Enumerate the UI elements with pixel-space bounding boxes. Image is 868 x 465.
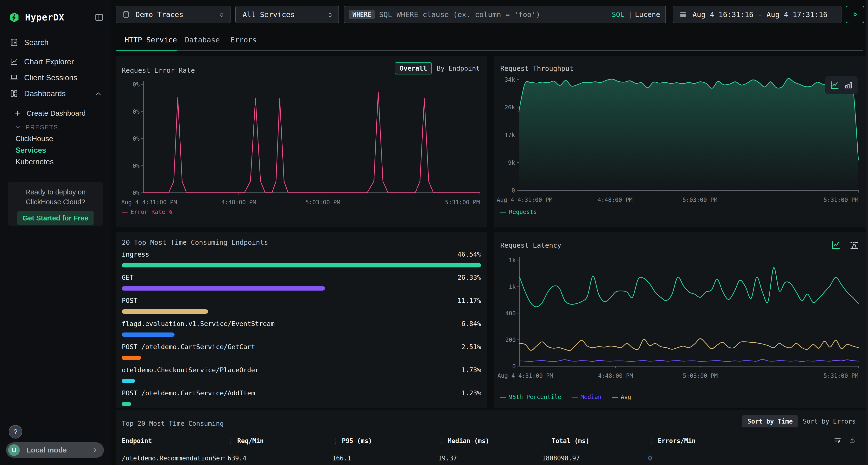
search-input[interactable] [379, 10, 612, 19]
column-header-req-min[interactable]: ⋮Req/Min [227, 436, 264, 446]
sidebar-item-search[interactable]: Search [0, 35, 111, 49]
sort-button-sort-by-time[interactable]: Sort by Time [742, 416, 798, 427]
column-grip-handle[interactable]: ⋮ [648, 437, 654, 444]
throughput-chart[interactable]: 34k26k17k9k0Aug 4 4:31:00 PM4:48:00 PM5:… [494, 56, 866, 227]
table-cell: 166.1 [332, 454, 351, 463]
data-source-select[interactable]: Demo Traces [116, 6, 230, 23]
endpoint-label: ingress [122, 250, 149, 259]
legend-item-requests[interactable]: Requests [500, 209, 537, 215]
sort-button-sort-by-errors[interactable]: Sort by Errors [802, 416, 857, 427]
endpoint-row[interactable]: oteldemo.CheckoutService/PlaceOrder1.73% [122, 365, 481, 383]
sidebar-preset-kubernetes[interactable]: Kubernetes [16, 156, 54, 168]
latency-chart[interactable]: 1k1k4002000Aug 4 4:31:00 PM4:48:00 PM5:0… [494, 232, 866, 408]
avatar: U [8, 444, 20, 456]
download-icon[interactable] [848, 436, 856, 444]
column-grip-handle[interactable]: ⋮ [227, 437, 234, 444]
endpoint-row[interactable]: POST /oteldemo.CartService/GetCart2.51% [122, 342, 481, 360]
sidebar-item-dashboards[interactable]: Dashboards [0, 86, 111, 101]
endpoint-bar [122, 286, 325, 291]
sidebar-collapse-icon[interactable] [94, 12, 104, 22]
table-cell: 19.37 [438, 454, 457, 463]
legend-item-avg[interactable]: Avg [612, 394, 631, 400]
legend-label: Median [581, 394, 601, 400]
get-started-button[interactable]: Get Started for Free [18, 211, 94, 225]
column-header-p95-ms-[interactable]: ⋮P95 (ms) [332, 436, 372, 446]
user-menu[interactable]: U Local mode [6, 442, 104, 458]
column-label: Errors/Min [658, 437, 695, 444]
column-label: Req/Min [237, 437, 264, 444]
column-header-errors-min[interactable]: ⋮Errors/Min [648, 436, 695, 446]
column-label: Total (ms) [552, 437, 590, 444]
dashboard-tabs: HTTP ServiceDatabaseErrors [111, 29, 863, 51]
legend-label: Error Rate % [130, 209, 172, 215]
svg-text:5:31:00 PM: 5:31:00 PM [445, 199, 480, 206]
svg-text:0: 0 [512, 187, 515, 194]
endpoint-line: flagd.evaluation.v1.Service/EventStream6… [122, 319, 481, 329]
column-header-median-ms-[interactable]: ⋮Median (ms) [438, 436, 489, 446]
table-cell: 0 [648, 454, 652, 463]
line-chart-icon[interactable] [830, 80, 840, 90]
time-range-value: Aug 4 16:31:16 - Aug 4 17:31:16 [692, 10, 828, 19]
svg-text:200: 200 [505, 337, 516, 343]
endpoint-value: 1.73% [462, 365, 481, 375]
language-lucene-toggle[interactable]: Lucene [635, 10, 660, 19]
sidebar-item-chart-explorer[interactable]: Chart Explorer [0, 55, 111, 69]
line-chart-icon[interactable] [831, 240, 841, 250]
endpoint-label: GET [122, 273, 133, 283]
error-rate-chart[interactable]: 0%0%0%0%0%Aug 4 4:31:00 PM4:48:00 PM5:03… [116, 56, 487, 227]
sidebar-divider [0, 103, 111, 103]
sidebar-preset-services[interactable]: Services [16, 144, 46, 156]
calendar-icon [679, 10, 687, 19]
endpoint-row[interactable]: GET26.33% [122, 273, 481, 291]
presets-section-toggle[interactable]: PRESETS [15, 122, 58, 133]
where-clause-search[interactable]: WHERE SQL | Lucene [344, 6, 666, 23]
bar-chart-icon[interactable] [844, 80, 853, 90]
endpoint-bar-list: ingress46.54%GET26.33%POST11.17%flagd.ev… [122, 250, 481, 408]
column-header-total-ms-[interactable]: ⋮Total (ms) [542, 436, 590, 446]
column-label: P95 (ms) [342, 437, 372, 444]
endpoint-line: ingress46.54% [122, 250, 481, 259]
legend-item-median[interactable]: Median [572, 394, 601, 400]
svg-text:Aug 4 4:31:00 PM: Aug 4 4:31:00 PM [497, 197, 552, 203]
tab-database[interactable]: Database [185, 30, 220, 51]
endpoint-line: GET26.33% [122, 273, 481, 283]
tab-errors[interactable]: Errors [230, 30, 256, 51]
column-grip-handle[interactable]: ⋮ [542, 437, 548, 444]
language-sql-toggle[interactable]: SQL [612, 10, 624, 19]
text-wrap-icon[interactable] [834, 436, 841, 444]
endpoint-label: oteldemo.CheckoutService/PlaceOrder [122, 365, 259, 375]
endpoint-row[interactable]: ingress46.54% [122, 250, 481, 267]
legend-swatch [572, 397, 578, 398]
column-grip-handle[interactable]: ⋮ [332, 437, 339, 444]
svg-text:5:31:00 PM: 5:31:00 PM [824, 372, 859, 379]
column-header-endpoint[interactable]: Endpoint [122, 436, 152, 446]
service-select[interactable]: All Services [235, 6, 339, 23]
run-query-button[interactable] [846, 6, 864, 23]
endpoint-row[interactable]: POST /oteldemo.CartService/AddItem1.23% [122, 388, 481, 406]
endpoint-row[interactable]: flagd.evaluation.v1.Service/EventStream6… [122, 319, 481, 337]
request-throughput-panel: Request Throughput 34k26k17k9k0Aug 4 4:3… [494, 56, 866, 227]
help-button[interactable]: ? [9, 425, 22, 438]
create-dashboard-button[interactable]: Create Dashboard [14, 107, 86, 120]
time-range-picker[interactable]: Aug 4 16:31:16 - Aug 4 17:31:16 [673, 6, 841, 23]
sidebar-preset-clickhouse[interactable]: ClickHouse [16, 133, 53, 144]
legend-item-error-rate-[interactable]: Error Rate % [122, 209, 172, 215]
sidebar-item-client-sessions[interactable]: Client Sessions [0, 70, 111, 85]
select-chevrons-icon [218, 10, 225, 19]
svg-text:1k: 1k [509, 284, 516, 290]
table-title: Top 20 Most Time Consuming [122, 420, 224, 427]
svg-text:1k: 1k [509, 257, 516, 264]
histogram-icon[interactable] [849, 240, 859, 250]
column-grip-handle[interactable]: ⋮ [438, 437, 444, 444]
endpoint-row[interactable]: POST11.17% [122, 296, 481, 314]
topbar: Demo Traces All Services WHERE SQL | Luc… [111, 0, 868, 29]
scrollbar-track[interactable] [866, 0, 868, 465]
request-latency-panel: Request Latency 1k1k4002000Aug 4 4:31:00… [494, 232, 866, 408]
table-header-actions [834, 436, 856, 444]
legend-item-95th-percentile[interactable]: 95th Percentile [500, 394, 561, 400]
svg-text:26k: 26k [505, 104, 515, 111]
svg-text:400: 400 [505, 310, 516, 317]
svg-text:0%: 0% [133, 135, 140, 142]
svg-text:5:03:00 PM: 5:03:00 PM [683, 372, 718, 379]
tab-http-service[interactable]: HTTP Service [125, 30, 177, 51]
